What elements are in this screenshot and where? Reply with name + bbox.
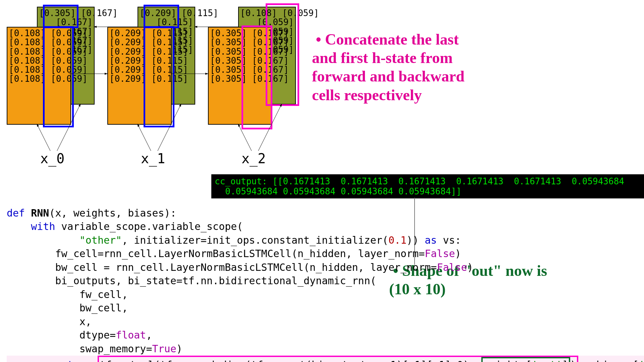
xlabel-0: x_0 (40, 151, 64, 166)
note-concatenate: • Concatenate the last and first h-state… (312, 30, 465, 104)
green-weights-box: weights['out'] (481, 357, 570, 362)
timestep-2: [0.108] [0.059] [0.059] [0.059] [0.059] … (208, 7, 305, 131)
return-line: return tf.matmul(tf.expand_dims(tf.conca… (7, 356, 644, 362)
timestep-1: [0.209] [0.115] [0.115] [0.115] [0.115] … (107, 7, 205, 131)
blue-box-1-back (144, 5, 179, 28)
xlabel-1: x_1 (141, 151, 165, 166)
blue-box-1-front (144, 26, 174, 127)
canvas: [0.305] [0.167] [0.167] [0.167] [0.167] … (0, 0, 644, 362)
blue-box-0-back (43, 5, 78, 28)
pink-return-box: tf.matmul(tf.expand_dims(tf.concat(bi_ou… (98, 356, 578, 362)
xlabel-2: x_2 (241, 151, 266, 166)
code-block: def RNN(x, weights, biases): with variab… (7, 193, 644, 362)
pink-box-2-front (241, 25, 272, 129)
blue-box-0-front (43, 26, 74, 127)
rnn-diagram: [0.305] [0.167] [0.167] [0.167] [0.167] … (7, 7, 309, 164)
timestep-0: [0.305] [0.167] [0.167] [0.167] [0.167] … (7, 7, 104, 131)
